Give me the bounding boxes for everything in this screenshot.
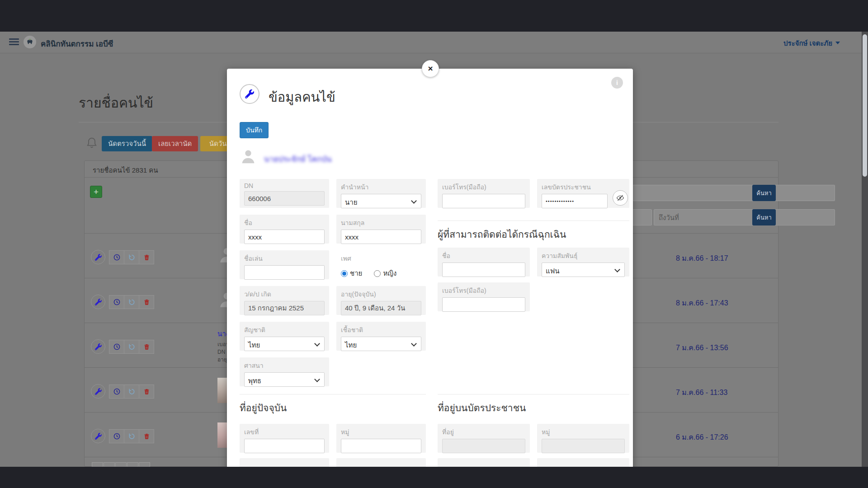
field-dn: DN	[240, 179, 329, 208]
address-no-label: เลขที่	[244, 427, 325, 437]
address-no-input[interactable]	[244, 439, 325, 453]
id-address-label: ที่อยู่	[442, 427, 525, 437]
today-appointments-button[interactable]: นัดตรวจวันนี้	[102, 136, 152, 151]
history-button[interactable]	[124, 250, 139, 264]
history-button[interactable]	[124, 295, 139, 309]
page-scrollbar[interactable]	[862, 32, 868, 467]
ethnicity-select[interactable]: ไทย	[341, 337, 421, 351]
wrench-icon	[95, 299, 102, 305]
last-name-input[interactable]	[341, 230, 421, 244]
trash-icon	[143, 343, 150, 350]
user-menu[interactable]: ประจักษ์ เจตะภัย	[783, 38, 840, 49]
clock-icon	[113, 298, 121, 306]
wrench-icon	[95, 388, 102, 395]
nationality-select[interactable]: ไทย	[244, 337, 325, 351]
field-age: อายุ(ปัจจุบัน)	[336, 286, 426, 315]
id-address-input	[442, 439, 525, 453]
delete-button[interactable]	[139, 429, 154, 443]
field-address-no: เลขที่	[240, 424, 329, 453]
trash-icon	[143, 433, 150, 440]
prefix-select[interactable]: นาย	[341, 194, 421, 208]
visit-date: 8 ม.ค.66 - 17:43	[676, 297, 728, 309]
delete-button[interactable]	[139, 250, 154, 264]
emergency-mobile-label: เบอร์โทร(มือถือ)	[442, 286, 525, 296]
field-birthdate: ว/ด/ป เกิด	[240, 286, 329, 315]
field-prefix: คำนำหน้า นาย	[336, 179, 426, 208]
gender-label: เพศ	[341, 253, 421, 263]
citizen-id-input[interactable]	[542, 194, 608, 208]
first-name-input[interactable]	[244, 230, 325, 244]
field-gender: เพศ ชาย หญิง	[336, 250, 426, 279]
emergency-name-input[interactable]	[442, 263, 525, 277]
field-emergency-name: ชื่อ	[438, 248, 530, 277]
dn-label: DN	[244, 182, 325, 189]
ethnicity-label: เชื้อชาติ	[341, 325, 421, 335]
appointment-button[interactable]	[109, 429, 124, 443]
appointment-button[interactable]	[109, 250, 124, 264]
gender-female-radio[interactable]: หญิง	[374, 268, 396, 279]
search-button[interactable]: ค้นหา	[752, 185, 776, 201]
visit-date: 8 ม.ค.66 - 18:17	[676, 253, 728, 264]
history-button[interactable]	[124, 385, 139, 399]
history-icon	[128, 298, 136, 306]
emergency-name-label: ชื่อ	[442, 251, 525, 261]
scrollbar-thumb[interactable]	[863, 34, 867, 177]
history-icon	[128, 343, 136, 351]
field-ethnicity: เชื้อชาติ ไทย	[336, 322, 426, 351]
nickname-input[interactable]	[244, 265, 325, 280]
to-date-input[interactable]	[654, 209, 835, 225]
religion-select[interactable]: พุทธ	[244, 372, 325, 387]
emergency-mobile-input[interactable]	[442, 297, 525, 312]
page-title: รายชื่อคนไข้	[79, 92, 153, 113]
edit-patient-button[interactable]	[91, 429, 105, 443]
history-button[interactable]	[124, 429, 139, 443]
mobile-input[interactable]	[442, 194, 525, 208]
overdue-appointments-button[interactable]: เลยเวลานัด	[152, 136, 198, 151]
nationality-label: สัญชาติ	[244, 325, 325, 335]
edit-patient-button[interactable]	[91, 339, 105, 354]
dn-input	[244, 191, 325, 206]
address-moo-input[interactable]	[341, 439, 421, 453]
screen: คลินิกทันตกรรม เอบีซี ประจักษ์ เจตะภัย ร…	[0, 0, 868, 488]
appointment-button[interactable]	[109, 295, 124, 309]
delete-button[interactable]	[139, 385, 154, 399]
visit-date: 7 ม.ค.66 - 13:56	[676, 342, 728, 353]
user-name: ประจักษ์ เจตะภัย	[783, 39, 832, 47]
field-nickname: ชื่อเล่น	[240, 250, 329, 279]
edit-patient-button[interactable]	[91, 250, 105, 264]
divider	[438, 394, 629, 394]
date-search-button[interactable]: ค้นหา	[752, 209, 776, 225]
appointment-button[interactable]	[109, 340, 124, 354]
bell-icon[interactable]	[86, 136, 98, 150]
nickname-label: ชื่อเล่น	[244, 253, 325, 263]
relationship-select[interactable]: แฟน	[542, 263, 625, 277]
current-address-header: ที่อยู่ปัจจุบัน	[240, 400, 287, 415]
clock-icon	[113, 388, 121, 395]
delete-button[interactable]	[139, 295, 154, 309]
wrench-icon	[95, 343, 102, 350]
prefix-label: คำนำหน้า	[341, 182, 421, 192]
hamburger-menu-icon[interactable]	[9, 38, 19, 46]
mobile-label: เบอร์โทร(มือถือ)	[442, 182, 525, 192]
close-icon[interactable]: ×	[422, 60, 439, 77]
field-relationship: ความสัมพันธุ์ แฟน	[537, 248, 629, 277]
edit-patient-button[interactable]	[91, 384, 105, 399]
edit-patient-button[interactable]	[91, 295, 105, 309]
letterbox-top	[0, 0, 868, 32]
citizen-id-label: เลขบัตรประชาชน	[542, 182, 625, 192]
gender-male-radio[interactable]: ชาย	[341, 268, 362, 279]
trash-icon	[143, 299, 150, 305]
birthdate-label: ว/ด/ป เกิด	[244, 289, 325, 299]
history-button[interactable]	[124, 340, 139, 354]
wrench-icon	[95, 433, 102, 440]
appointment-button[interactable]	[109, 385, 124, 399]
field-mobile: เบอร์โทร(มือถือ)	[438, 179, 530, 208]
toggle-id-visibility-button[interactable]	[613, 190, 628, 206]
add-patient-button[interactable]: +	[90, 186, 102, 198]
divider	[240, 394, 426, 394]
field-citizen-id: เลขบัตรประชาชน	[537, 179, 629, 208]
clock-icon	[113, 432, 121, 440]
clinic-logo[interactable]	[24, 36, 36, 48]
delete-button[interactable]	[139, 340, 154, 354]
field-last-name: นามสกุล	[336, 215, 426, 244]
